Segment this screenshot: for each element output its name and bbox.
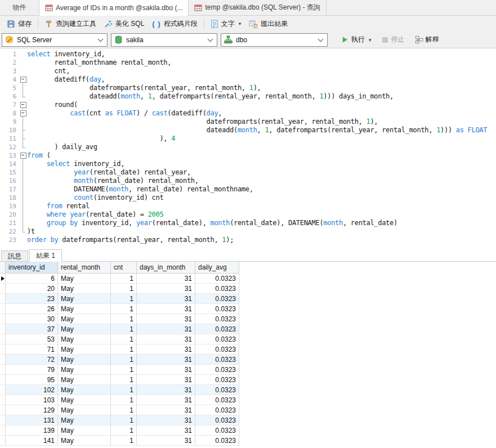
beautify-sql-button[interactable]: 美化 SQL [100,17,148,30]
table-cell[interactable]: 0.0323 [195,344,239,355]
schema-select[interactable]: dbo [221,33,328,47]
table-cell[interactable]: 0.0323 [195,334,239,344]
table-cell[interactable]: 31 [137,405,195,415]
table-cell[interactable]: 31 [137,436,195,446]
run-button[interactable]: 執行 ▾ [339,33,374,46]
table-cell[interactable]: 31 [137,334,195,344]
table-cell[interactable]: 53 [6,334,58,344]
table-row[interactable]: 79May1310.0323 [0,365,496,375]
table-cell[interactable]: May [58,274,111,284]
fold-toggle-icon[interactable] [19,151,27,160]
table-cell[interactable]: 31 [137,385,195,395]
row-gutter[interactable] [0,375,6,385]
table-cell[interactable]: 1 [111,415,137,425]
column-header-cnt[interactable]: cnt [111,262,137,274]
table-cell[interactable]: 1 [111,344,137,355]
table-cell[interactable]: 103 [6,395,58,405]
row-gutter[interactable] [0,436,6,446]
fold-toggle-icon[interactable] [19,109,27,118]
table-cell[interactable]: 31 [137,425,195,436]
table-cell[interactable]: 0.0323 [195,415,239,425]
row-gutter[interactable] [0,344,6,355]
code-line[interactable]: 12 ) daily_avg [0,143,496,151]
table-cell[interactable]: 31 [137,304,195,314]
table-cell[interactable]: 1 [111,375,137,385]
table-cell[interactable]: 6 [6,274,58,284]
tab-messages[interactable]: 訊息 [1,250,28,261]
table-cell[interactable]: 31 [137,365,195,375]
table-cell[interactable]: 1 [111,334,137,344]
table-cell[interactable]: 31 [137,294,195,304]
code-snippet-button[interactable]: ( ) 程式碼片段 [148,17,201,30]
code-line[interactable]: 3 cnt, [0,67,496,75]
table-row[interactable]: 131May1310.0323 [0,415,496,425]
table-cell[interactable]: 1 [111,425,137,436]
connection-select[interactable]: SQL Server [2,33,108,47]
table-cell[interactable]: 20 [6,284,58,294]
table-cell[interactable]: 0.0323 [195,365,239,375]
table-row[interactable]: 72May1310.0323 [0,355,496,365]
code-line[interactable]: 1select inventory_id, [0,50,496,59]
code-line[interactable]: 23order by datefromparts(rental_year, re… [0,236,496,244]
database-select[interactable]: sakila [111,33,217,47]
row-gutter[interactable] [0,355,6,365]
table-cell[interactable]: 102 [6,385,58,395]
column-header-daily_avg[interactable]: daily_avg [195,262,239,274]
table-cell[interactable]: 71 [6,344,58,355]
table-cell[interactable]: 1 [111,405,137,415]
code-line[interactable]: 10 dateadd(month, 1, datefromparts(renta… [0,126,496,135]
row-gutter[interactable] [0,324,6,334]
table-row[interactable]: 95May1310.0323 [0,375,496,385]
table-cell[interactable]: 79 [6,365,58,375]
table-cell[interactable]: 0.0323 [195,395,239,405]
table-row[interactable]: 102May1310.0323 [0,385,496,395]
table-cell[interactable]: May [58,365,111,375]
table-cell[interactable]: 31 [137,415,195,425]
fold-toggle-icon[interactable] [19,75,27,84]
code-line[interactable]: 8 cast(cnt as FLOAT) / cast(datediff(day… [0,109,496,118]
code-line[interactable]: 15 year(rental_date) rental_year, [0,168,496,177]
table-row[interactable]: 103May1310.0323 [0,395,496,405]
table-cell[interactable]: May [58,405,111,415]
tab-query-average[interactable]: Average of IDs in a month @sakila.dbo (.… [39,0,189,16]
code-line[interactable]: 21 group by inventory_id, year(rental_da… [0,219,496,227]
table-row[interactable]: 71May1310.0323 [0,344,496,355]
tab-query-temp[interactable]: temp @sakila.dbo (SQL Server) - 查詢 [189,0,326,15]
table-cell[interactable]: May [58,375,111,385]
column-header-days_in_month[interactable]: days_in_month [137,262,195,274]
table-cell[interactable]: 1 [111,324,137,334]
text-view-button[interactable]: 文字 ▾ [207,17,245,30]
code-line[interactable]: 19 from rental [0,202,496,210]
code-line[interactable]: 16 month(rental_date) rental_month, [0,177,496,185]
table-row[interactable]: 139May1310.0323 [0,425,496,436]
table-cell[interactable]: 30 [6,314,58,324]
code-line[interactable]: 4 datediff(day, [0,75,496,84]
table-row[interactable]: 37May1310.0323 [0,324,496,334]
code-line[interactable]: 2 rental_monthname rental_month, [0,59,496,67]
table-cell[interactable]: 0.0323 [195,405,239,415]
table-cell[interactable]: 1 [111,294,137,304]
table-cell[interactable]: May [58,304,111,314]
table-cell[interactable]: 1 [111,385,137,395]
code-line[interactable]: 20 where year(rental_date) = 2005 [0,210,496,219]
row-gutter[interactable] [0,405,6,415]
table-cell[interactable]: 0.0323 [195,314,239,324]
save-button[interactable]: 儲存 [3,17,35,30]
export-results-button[interactable]: 匯出結果 [245,17,292,30]
table-cell[interactable]: 0.0323 [195,294,239,304]
table-cell[interactable]: 131 [6,415,58,425]
table-row[interactable]: 53May1310.0323 [0,334,496,344]
table-cell[interactable]: 1 [111,274,137,284]
tab-result-1[interactable]: 結果 1 [29,249,62,262]
table-cell[interactable]: 26 [6,304,58,314]
table-cell[interactable]: 0.0323 [195,304,239,314]
code-line[interactable]: 13from ( [0,151,496,160]
table-cell[interactable]: 31 [137,284,195,294]
row-gutter[interactable] [0,274,6,284]
query-builder-button[interactable]: 查詢建立工具 [41,17,100,30]
table-cell[interactable]: 0.0323 [195,324,239,334]
code-line[interactable]: 18 count(inventory_id) cnt [0,194,496,202]
table-cell[interactable]: 0.0323 [195,425,239,436]
table-cell[interactable]: 1 [111,304,137,314]
code-line[interactable]: 6 dateadd(month, 1, datefromparts(rental… [0,92,496,101]
